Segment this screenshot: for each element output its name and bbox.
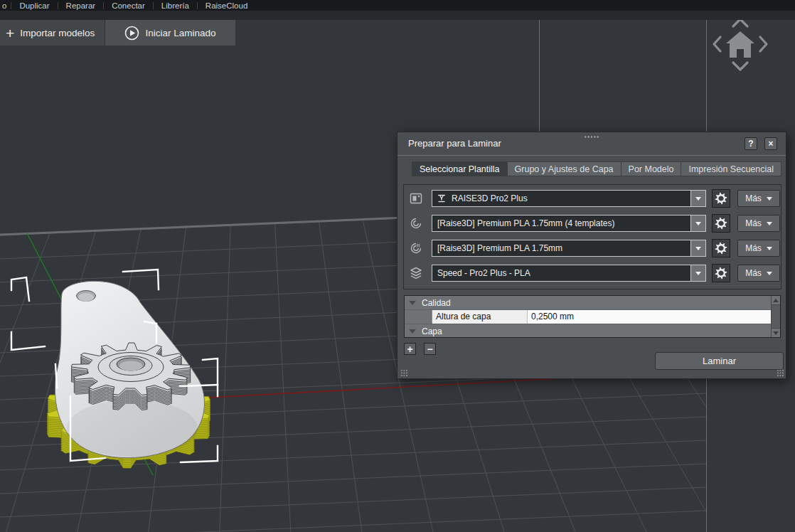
menu-item-0[interactable]: o	[0, 1, 11, 10]
group-row-calidad[interactable]: Calidad	[405, 296, 780, 310]
gear-icon	[715, 267, 727, 280]
template-select[interactable]: Speed - Pro2 Plus - PLA	[432, 265, 706, 282]
pan-left-button[interactable]	[714, 37, 720, 51]
chevron-down-icon	[695, 222, 701, 225]
param-row-altura-de-capa: Altura de capa 0,2500 mm	[405, 310, 780, 324]
import-models-label: Importar modelos	[20, 28, 95, 38]
dialog-titlebar[interactable]: Preparar para Laminar ? ×	[398, 132, 786, 156]
menu-item-conectar[interactable]: Conectar	[104, 1, 153, 10]
model-tip-hole	[78, 293, 94, 302]
group-label: Calidad	[422, 298, 451, 308]
dialog-tabs: Seleccionar Plantilla Grupo y Ajustes de…	[412, 161, 781, 176]
import-models-button[interactable]: + Importar modelos	[0, 20, 105, 46]
chevron-down-icon	[695, 247, 701, 250]
gear-icon	[715, 192, 727, 205]
menu-item-duplicar[interactable]: Duplicar	[11, 1, 57, 10]
resize-grip-right[interactable]	[777, 369, 784, 377]
scroll-down-button[interactable]	[772, 328, 780, 337]
close-button[interactable]: ×	[764, 137, 777, 150]
filament-left-settings-button[interactable]	[712, 214, 730, 233]
pan-down-button[interactable]	[733, 63, 747, 70]
pan-right-button[interactable]	[760, 37, 767, 51]
gear-bore	[119, 361, 143, 371]
chevron-down-icon	[695, 197, 701, 201]
add-template-button[interactable]: +	[404, 343, 416, 355]
collapse-triangle-icon	[409, 301, 416, 305]
scroll-up-button[interactable]	[772, 296, 780, 305]
template-select-value: Speed - Pro2 Plus - PLA	[432, 268, 690, 278]
menu-bar: o Duplicar Reparar Conectar Librería Rai…	[0, 0, 795, 11]
resize-grip-left[interactable]	[400, 369, 408, 377]
filament-left-more-button[interactable]: Más	[737, 215, 780, 232]
chevron-down-icon	[767, 197, 772, 201]
filament-right-select-value: [Raise3D] Premium PLA 1.75mm	[432, 243, 690, 253]
filament-right-selector-row: R [Raise3D] Premium PLA 1.75mm Más	[404, 240, 781, 258]
gear-icon	[715, 217, 727, 230]
printer-icon	[409, 191, 423, 206]
tab-seleccionar-plantilla[interactable]: Seleccionar Plantilla	[412, 161, 508, 176]
more-label: Más	[745, 218, 762, 228]
more-label: Más	[745, 193, 762, 203]
printer-select-value: RAISE3D Pro2 Plus	[447, 193, 690, 203]
start-slicing-button[interactable]: Iniciar Laminado	[105, 20, 235, 46]
toolbar: + Importar modelos Iniciar Laminado	[0, 20, 235, 46]
triangle-down-icon	[773, 331, 779, 335]
filament-left-select-dropdown-button[interactable]	[690, 216, 705, 231]
group-row-capa[interactable]: Capa	[405, 324, 780, 338]
extruder-icon	[437, 193, 447, 203]
template-select-dropdown-button[interactable]	[690, 265, 705, 281]
home-view-button[interactable]	[726, 31, 754, 58]
play-icon	[124, 26, 139, 41]
model-bottom-shade	[67, 400, 198, 457]
plus-icon: +	[6, 26, 14, 41]
tab-grupo-ajustes-capa[interactable]: Grupo y Ajustes de Capa	[508, 161, 621, 176]
gear-icon	[715, 242, 727, 255]
tab-por-modelo[interactable]: Por Modelo	[621, 161, 682, 176]
template-more-button[interactable]: Más	[737, 265, 780, 282]
template-selector-row: Speed - Pro2 Plus - PLA Más	[404, 265, 781, 283]
chevron-down-icon	[767, 222, 772, 225]
layers-icon	[409, 266, 423, 280]
filament-right-more-button[interactable]: Más	[737, 240, 780, 257]
menu-item-libreria[interactable]: Librería	[154, 1, 197, 10]
template-settings-button[interactable]	[712, 264, 730, 282]
menu-item-raisecloud[interactable]: RaiseCloud	[198, 1, 255, 10]
home-icon	[726, 31, 754, 58]
dialog-title: Preparar para Laminar	[408, 132, 501, 155]
printer-select-dropdown-button[interactable]	[690, 191, 705, 206]
svg-text:R: R	[417, 243, 421, 249]
filament-left-select[interactable]: [Raise3D] Premium PLA 1.75mm (4 template…	[432, 215, 706, 232]
pan-up-button[interactable]	[733, 19, 747, 26]
chevron-down-icon	[767, 272, 772, 275]
printer-more-button[interactable]: Más	[737, 190, 780, 207]
printer-select[interactable]: RAISE3D Pro2 Plus	[432, 190, 706, 207]
filament-right-settings-button[interactable]	[712, 239, 730, 257]
param-gutter	[405, 310, 432, 324]
filament-right-select-dropdown-button[interactable]	[690, 240, 705, 256]
filament-left-selector-row: [Raise3D] Premium PLA 1.75mm (4 template…	[404, 215, 781, 233]
help-button[interactable]: ?	[745, 137, 757, 150]
start-slicing-label: Iniciar Laminado	[145, 28, 215, 38]
filament-left-icon	[409, 216, 423, 230]
param-name: Altura de capa	[432, 310, 528, 324]
more-label: Más	[745, 268, 762, 278]
filament-right-select[interactable]: [Raise3D] Premium PLA 1.75mm	[432, 240, 706, 257]
settings-table: Calidad Altura de capa 0,2500 mm Capa	[404, 295, 781, 338]
slice-button[interactable]: Laminar	[655, 352, 784, 370]
sub-toolbar-strip	[0, 11, 795, 20]
remove-template-button[interactable]: −	[424, 343, 436, 355]
param-value[interactable]: 0,2500 mm	[528, 310, 780, 324]
table-scrollbar[interactable]	[771, 296, 780, 337]
tab-impresion-secuencial[interactable]: Impresión Secuencial	[681, 161, 781, 176]
printer-settings-button[interactable]	[712, 189, 730, 208]
collapse-triangle-icon	[409, 329, 416, 334]
chevron-down-icon	[767, 247, 772, 250]
dialog-drag-handle[interactable]	[584, 136, 599, 138]
more-label: Más	[745, 243, 762, 253]
chevron-down-icon	[695, 272, 701, 275]
triangle-up-icon	[773, 299, 779, 302]
model-3d[interactable]	[47, 281, 210, 468]
filament-left-select-value: [Raise3D] Premium PLA 1.75mm (4 template…	[432, 218, 690, 228]
menu-item-reparar[interactable]: Reparar	[58, 1, 104, 10]
printer-selector-row: RAISE3D Pro2 Plus Más	[404, 190, 781, 208]
